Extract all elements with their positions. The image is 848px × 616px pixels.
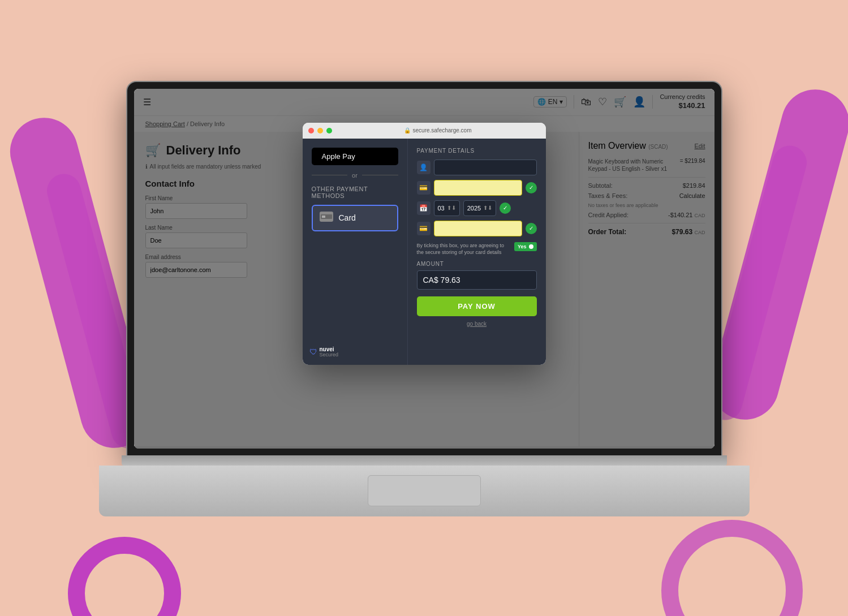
modal-overlay: 🔒 secure.safecharge.com Apple Pay (134, 89, 714, 449)
amount-section: AMOUNT CA$ 79.63 PAY NOW go back (417, 261, 537, 327)
laptop-container: ☰ 🌐 EN ▾ 🛍 ♡ 🛒 👤 Currency credits $140.2… (99, 82, 750, 535)
laptop-hinge (122, 455, 727, 466)
cvv-check: ✓ (526, 223, 537, 234)
laptop-base (99, 455, 750, 535)
nuvei-branding: 🛡 nuvei Secured (309, 346, 339, 358)
go-back-link[interactable]: go back (417, 321, 537, 327)
year-field: 2025 ⬆⬇ (463, 200, 496, 216)
nuvei-shield-icon: 🛡 (309, 347, 317, 356)
close-button[interactable] (308, 128, 314, 133)
card-number-row: 💳 ✓ (417, 180, 537, 196)
laptop-screen: ☰ 🌐 EN ▾ 🛍 ♡ 🛒 👤 Currency credits $140.2… (127, 82, 721, 455)
cvv-input[interactable] (434, 221, 522, 236)
expiry-date-row: 📅 03 ⬆⬇ 2025 ⬆⬇ ✓ (417, 200, 537, 216)
amount-display: CA$ 79.63 (417, 270, 537, 290)
apple-pay-label: Apple Pay (322, 152, 355, 161)
or-divider: or (312, 172, 398, 179)
expiry-check: ✓ (500, 203, 511, 214)
card-label: Card (339, 213, 356, 222)
payment-details-label: PAYMENT DETAILS (417, 148, 537, 154)
cvv-icon: 💳 (417, 222, 431, 235)
card-chip-icon (320, 212, 333, 225)
consent-row: By ticking this box, you are agreeing to… (417, 242, 537, 256)
pay-now-button[interactable]: PAY NOW (417, 296, 537, 316)
yes-label: Yes (518, 243, 527, 251)
nuvei-name: nuvei (320, 346, 339, 352)
card-number-check: ✓ (526, 182, 537, 193)
apple-pay-button[interactable]: Apple Pay (312, 148, 398, 165)
cardholder-name-row: 👤 (417, 160, 537, 175)
url-text: secure.safecharge.com (413, 127, 472, 133)
touchpad[interactable] (368, 475, 481, 506)
toggle-dot (529, 244, 533, 249)
other-methods-label: OTHER PAYMENT METHODS (312, 186, 398, 199)
amount-label: AMOUNT (417, 261, 537, 267)
minimize-button[interactable] (317, 128, 323, 133)
url-bar: 🔒 secure.safecharge.com (335, 127, 540, 133)
month-field: 03 ⬆⬇ (434, 200, 460, 216)
modal-left-panel: Apple Pay or OTHER PAYMENT METHODS (303, 139, 408, 365)
cardholder-name-input[interactable] (434, 160, 537, 175)
consent-text: By ticking this box, you are agreeing to… (417, 242, 510, 256)
month-value: 03 (438, 205, 445, 212)
svg-rect-2 (322, 216, 325, 218)
year-value: 2025 (467, 205, 481, 212)
screen-inner: ☰ 🌐 EN ▾ 🛍 ♡ 🛒 👤 Currency credits $140.2… (134, 89, 714, 449)
modal-titlebar: 🔒 secure.safecharge.com (303, 123, 546, 139)
card-number-icon: 💳 (417, 181, 431, 195)
payment-modal: 🔒 secure.safecharge.com Apple Pay (303, 123, 546, 365)
maximize-button[interactable] (326, 128, 332, 133)
lock-icon: 🔒 (404, 127, 411, 133)
laptop-bottom (99, 466, 750, 516)
card-payment-option[interactable]: Card (312, 205, 398, 231)
consent-toggle[interactable]: Yes (514, 242, 537, 252)
person-icon: 👤 (417, 161, 431, 174)
or-line-right (362, 175, 398, 175)
month-arrows[interactable]: ⬆⬇ (447, 205, 456, 211)
or-line-left (312, 175, 348, 175)
calendar-icon: 📅 (417, 201, 431, 215)
nuvei-secured: Secured (320, 352, 339, 358)
card-number-input[interactable] (434, 180, 522, 196)
or-text: or (352, 172, 358, 179)
modal-body: Apple Pay or OTHER PAYMENT METHODS (303, 139, 546, 365)
cvv-row: 💳 ✓ (417, 221, 537, 236)
modal-right-panel: PAYMENT DETAILS 👤 💳 ✓ (408, 139, 546, 365)
year-arrows[interactable]: ⬆⬇ (483, 205, 492, 211)
